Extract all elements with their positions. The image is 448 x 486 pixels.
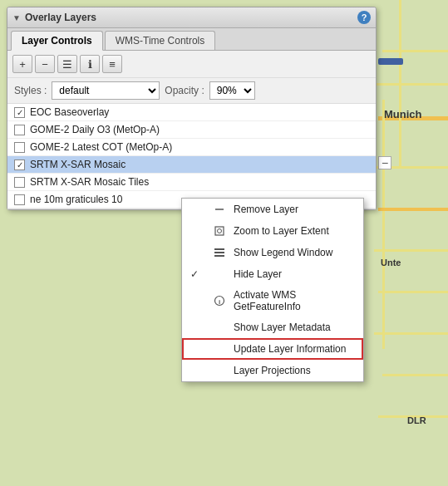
layer-checkbox-graticules[interactable] — [14, 194, 25, 205]
opacity-label: Opacity : — [165, 85, 204, 96]
ctx-label-zoom-extent: Zoom to Layer Extent — [234, 225, 355, 237]
panel-titlebar: ▼ Overlay Layers ? — [7, 7, 376, 28]
svg-rect-1 — [215, 227, 224, 235]
svg-rect-3 — [214, 248, 224, 250]
add-layer-button[interactable]: + — [12, 55, 32, 73]
wms-feature-icon: i — [212, 294, 227, 307]
overlay-layers-panel: ▼ Overlay Layers ? Layer Controls WMS-Ti… — [7, 7, 377, 210]
map-munich-label: Munich — [384, 108, 422, 120]
ctx-label-wms-feature: Activate WMS GetFeatureInfo — [234, 289, 355, 312]
ctx-label-update-layer: Update Layer Information — [234, 343, 355, 355]
projections-icon — [212, 364, 227, 377]
context-menu: Remove Layer Zoom to Layer Extent Show L… — [181, 198, 364, 382]
metadata-icon — [212, 321, 227, 334]
list-item[interactable]: GOME-2 Daily O3 (MetOp-A) — [7, 121, 376, 139]
map-dlr-label: DLR — [407, 415, 426, 425]
ctx-label-hide-layer: Hide Layer — [234, 268, 355, 280]
svg-text:i: i — [219, 298, 220, 306]
map-zoom-out-button[interactable]: − — [378, 156, 391, 169]
map-marker — [378, 58, 403, 65]
layer-checkbox-gome2-o3[interactable] — [14, 125, 25, 135]
panel-title: Overlay Layers — [25, 12, 96, 23]
info-button[interactable]: ℹ — [80, 55, 100, 73]
svg-rect-4 — [214, 252, 224, 253]
remove-layer-button[interactable]: − — [35, 55, 55, 73]
styles-select[interactable]: default — [52, 81, 160, 100]
zoom-extent-icon — [212, 224, 227, 238]
list-item[interactable]: GOME-2 Latest COT (MetOp-A) — [7, 139, 376, 156]
styles-row: Styles : default Opacity : 90% — [7, 78, 376, 104]
list-button[interactable]: ☰ — [57, 55, 77, 73]
ctx-label-layer-metadata: Show Layer Metadata — [234, 322, 355, 333]
panel-titlebar-left: ▼ Overlay Layers — [12, 12, 96, 23]
map-unte-label: Unte — [381, 258, 401, 268]
svg-point-2 — [218, 229, 222, 233]
remove-layer-icon — [212, 203, 227, 216]
layer-name-eoc: EOC Baseoverlay — [30, 106, 109, 118]
ctx-item-hide-layer[interactable]: ✓ Hide Layer — [182, 263, 363, 285]
svg-rect-5 — [214, 255, 224, 257]
ctx-item-zoom-extent[interactable]: Zoom to Layer Extent — [182, 220, 363, 242]
ctx-item-remove-layer[interactable]: Remove Layer — [182, 199, 363, 220]
layer-name-gome2-o3: GOME-2 Daily O3 (MetOp-A) — [30, 124, 160, 135]
layer-list: ✓ EOC Baseoverlay GOME-2 Daily O3 (MetOp… — [7, 104, 376, 209]
layer-toolbar: + − ☰ ℹ ≡ — [7, 51, 376, 78]
layer-name-graticules: ne 10m graticules 10 — [30, 194, 122, 205]
tab-layer-controls[interactable]: Layer Controls — [11, 31, 103, 51]
layers-button[interactable]: ≡ — [102, 55, 122, 73]
ctx-label-layer-projections: Layer Projections — [234, 365, 355, 376]
tab-wms-time-controls[interactable]: WMS-Time Controls — [105, 31, 216, 50]
layer-checkbox-eoc[interactable]: ✓ — [14, 107, 25, 118]
panel-collapse-arrow[interactable]: ▼ — [12, 13, 21, 22]
layer-name-gome2-cot: GOME-2 Latest COT (MetOp-A) — [30, 141, 172, 153]
legend-icon — [212, 246, 227, 259]
list-item[interactable]: ✓ SRTM X-SAR Mosaic — [7, 156, 376, 174]
ctx-item-wms-feature[interactable]: i Activate WMS GetFeatureInfo — [182, 285, 363, 317]
list-item[interactable]: ✓ EOC Baseoverlay — [7, 104, 376, 121]
layer-checkbox-srtm-tiles[interactable] — [14, 177, 25, 188]
ctx-item-layer-projections[interactable]: Layer Projections — [182, 360, 363, 381]
opacity-select[interactable]: 90% — [209, 81, 255, 100]
layer-checkbox-gome2-cot[interactable] — [14, 142, 25, 153]
ctx-label-remove-layer: Remove Layer — [234, 204, 355, 215]
panel-help-button[interactable]: ? — [357, 11, 371, 24]
layer-checkbox-srtm-mosaic[interactable]: ✓ — [14, 160, 25, 170]
list-item[interactable]: SRTM X-SAR Mosaic Tiles — [7, 174, 376, 191]
ctx-label-legend-window: Show Legend Window — [234, 247, 355, 258]
styles-label: Styles : — [14, 85, 47, 96]
ctx-item-update-layer[interactable]: Update Layer Information — [182, 338, 363, 360]
update-layer-icon — [212, 342, 227, 356]
tab-bar: Layer Controls WMS-Time Controls — [7, 28, 376, 51]
hide-layer-icon — [212, 268, 227, 281]
ctx-item-legend-window[interactable]: Show Legend Window — [182, 242, 363, 263]
layer-name-srtm-tiles: SRTM X-SAR Mosaic Tiles — [30, 176, 149, 188]
ctx-item-layer-metadata[interactable]: Show Layer Metadata — [182, 317, 363, 338]
ctx-checkmark-hide: ✓ — [190, 268, 205, 280]
layer-name-srtm-mosaic: SRTM X-SAR Mosaic — [30, 159, 126, 170]
